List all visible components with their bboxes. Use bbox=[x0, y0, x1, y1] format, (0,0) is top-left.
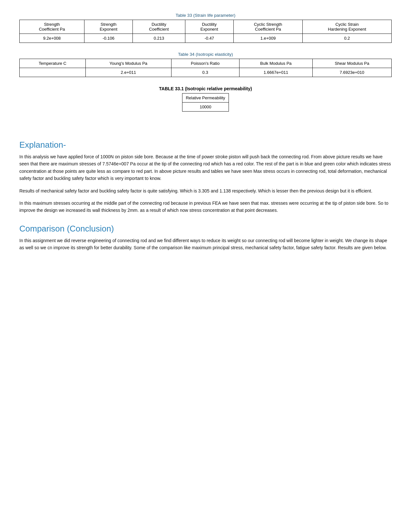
table33-cell-0-3: -0.47 bbox=[185, 34, 233, 43]
table34-cell-0-4: 7.6923e+010 bbox=[312, 68, 391, 77]
table33-section: Table 33 (Strain life parameter) Strengt… bbox=[19, 13, 392, 43]
table-row: 2.e+011 0.3 1.6667e+011 7.6923e+010 bbox=[20, 68, 392, 77]
table-row: 10000 bbox=[182, 103, 229, 112]
table34-cell-0-2: 0.3 bbox=[171, 68, 239, 77]
explanation-heading: Explanation- bbox=[19, 140, 392, 150]
table33-header-5: Cyclic StrainHardening Exponent bbox=[303, 20, 392, 34]
table331-section: TABLE 33.1 (Isotropic relative permeabil… bbox=[19, 86, 392, 112]
table331-title: TABLE 33.1 (Isotropic relative permeabil… bbox=[19, 86, 392, 91]
table33-cell-0-4: 1.e+009 bbox=[233, 34, 302, 43]
table33-header-1: StrengthExponent bbox=[84, 20, 133, 34]
comparison-heading: Comparison (Conclusion) bbox=[19, 224, 392, 234]
table33-title: Table 33 (Strain life parameter) bbox=[19, 13, 392, 18]
table33-header-3: DuctilityExponent bbox=[185, 20, 233, 34]
table34-header-4: Shear Modulus Pa bbox=[312, 59, 391, 68]
explanation-para-2: In this maximum stresses occurring at th… bbox=[19, 200, 392, 214]
table33: StrengthCoefficient Pa StrengthExponent … bbox=[19, 20, 392, 43]
comparison-section: Comparison (Conclusion) In this assignme… bbox=[19, 224, 392, 251]
table331-cell-0-0: 10000 bbox=[182, 103, 229, 112]
table34-cell-0-3: 1.6667e+011 bbox=[239, 68, 312, 77]
explanation-para-0: In this analysis we have applied force o… bbox=[19, 153, 392, 182]
perm-table-wrap: Relative Permeability 10000 bbox=[19, 93, 392, 112]
table33-cell-0-1: -0.106 bbox=[84, 34, 133, 43]
table34-header-0: Temperature C bbox=[20, 59, 86, 68]
table34-section: Table 34 (Isotropic elasticity) Temperat… bbox=[19, 52, 392, 77]
table34-header-1: Young's Modulus Pa bbox=[85, 59, 171, 68]
table331: Relative Permeability 10000 bbox=[182, 93, 229, 112]
table33-header-0: StrengthCoefficient Pa bbox=[20, 20, 84, 34]
table33-cell-0-2: 0.213 bbox=[133, 34, 185, 43]
table331-header-0: Relative Permeability bbox=[182, 94, 229, 103]
table33-header-4: Cyclic StrengthCoefficient Pa bbox=[233, 20, 302, 34]
table34-cell-0-0 bbox=[20, 68, 86, 77]
explanation-section: Explanation- In this analysis we have ap… bbox=[19, 140, 392, 214]
table34-title: Table 34 (Isotropic elasticity) bbox=[19, 52, 392, 57]
explanation-para-1: Results of mechanical safety factor and … bbox=[19, 187, 392, 194]
table33-cell-0-0: 9.2e+008 bbox=[20, 34, 84, 43]
table34-cell-0-1: 2.e+011 bbox=[85, 68, 171, 77]
spacer bbox=[19, 121, 392, 140]
table34-header-2: Poisson's Ratio bbox=[171, 59, 239, 68]
table33-header-2: DuctilityCoefficient bbox=[133, 20, 185, 34]
table34-header-3: Bulk Modulus Pa bbox=[239, 59, 312, 68]
table-row: 9.2e+008 -0.106 0.213 -0.47 1.e+009 0.2 bbox=[20, 34, 392, 43]
comparison-para-0: In this assignment we did reverse engine… bbox=[19, 237, 392, 251]
table34: Temperature C Young's Modulus Pa Poisson… bbox=[19, 59, 392, 77]
table33-cell-0-5: 0.2 bbox=[303, 34, 392, 43]
